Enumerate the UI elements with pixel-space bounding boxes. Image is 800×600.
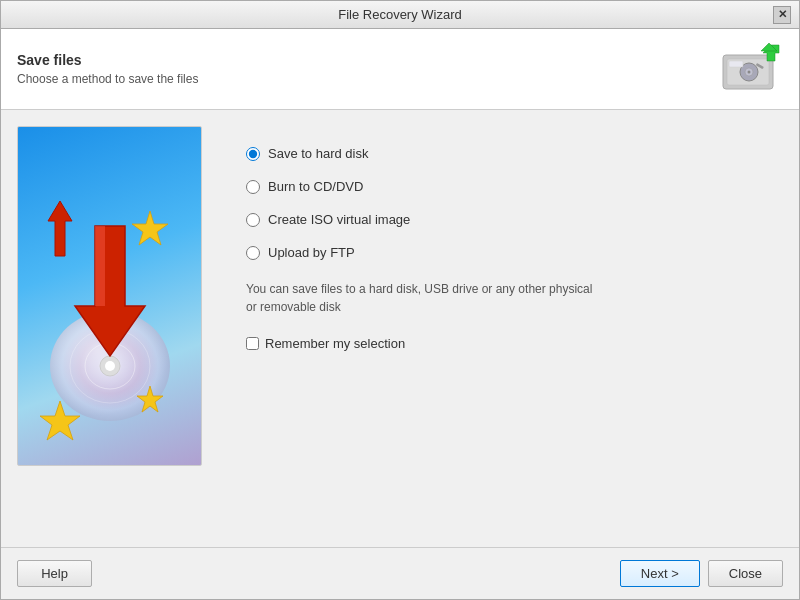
remember-checkbox-input[interactable] [246, 337, 259, 350]
header-icon [719, 41, 783, 97]
radio-input-ftp[interactable] [246, 246, 260, 260]
radio-label-hard-disk: Save to hard disk [268, 146, 368, 161]
wizard-illustration [30, 146, 190, 446]
window-title: File Recovery Wizard [27, 7, 773, 22]
header-section: Save files Choose a method to save the f… [1, 29, 799, 110]
radio-create-iso[interactable]: Create ISO virtual image [246, 212, 773, 227]
footer-right: Next > Close [620, 560, 783, 587]
remember-checkbox-label: Remember my selection [265, 336, 405, 351]
help-button[interactable]: Help [17, 560, 92, 587]
next-button[interactable]: Next > [620, 560, 700, 587]
section-subtitle: Choose a method to save the files [17, 72, 198, 86]
close-button[interactable]: Close [708, 560, 783, 587]
radio-burn-cd-dvd[interactable]: Burn to CD/DVD [246, 179, 773, 194]
footer-left: Help [17, 560, 92, 587]
radio-label-iso: Create ISO virtual image [268, 212, 410, 227]
content-area: Save to hard disk Burn to CD/DVD Create … [1, 110, 799, 547]
svg-point-12 [105, 361, 115, 371]
svg-marker-17 [48, 201, 72, 256]
options-area: Save to hard disk Burn to CD/DVD Create … [226, 126, 783, 531]
radio-input-hard-disk[interactable] [246, 147, 260, 161]
description-text: You can save files to a hard disk, USB d… [246, 280, 606, 316]
radio-input-cd-dvd[interactable] [246, 180, 260, 194]
radio-group: Save to hard disk Burn to CD/DVD Create … [246, 146, 773, 260]
close-title-button[interactable]: ✕ [773, 6, 791, 24]
remember-selection-checkbox[interactable]: Remember my selection [246, 336, 773, 351]
svg-rect-6 [729, 61, 743, 67]
radio-label-cd-dvd: Burn to CD/DVD [268, 179, 363, 194]
svg-point-4 [748, 71, 751, 74]
radio-save-hard-disk[interactable]: Save to hard disk [246, 146, 773, 161]
svg-marker-16 [95, 226, 105, 306]
footer-section: Help Next > Close [1, 547, 799, 599]
section-title: Save files [17, 52, 198, 68]
hard-disk-icon [719, 41, 783, 97]
radio-upload-ftp[interactable]: Upload by FTP [246, 245, 773, 260]
title-bar: File Recovery Wizard ✕ [1, 1, 799, 29]
window: File Recovery Wizard ✕ Save files Choose… [0, 0, 800, 600]
radio-input-iso[interactable] [246, 213, 260, 227]
wizard-image [17, 126, 202, 466]
radio-label-ftp: Upload by FTP [268, 245, 355, 260]
svg-marker-18 [132, 211, 168, 245]
header-text: Save files Choose a method to save the f… [17, 52, 198, 86]
